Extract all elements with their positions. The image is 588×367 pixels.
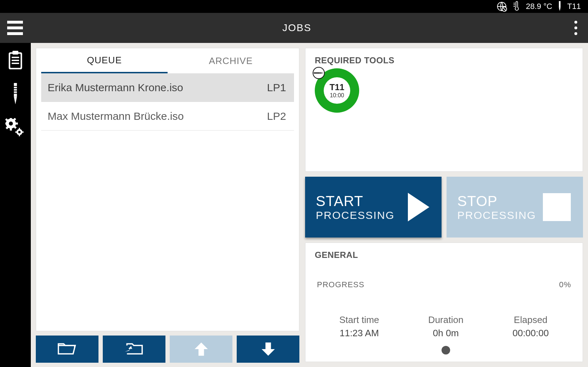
duration-value: 0h 0m — [428, 328, 463, 339]
progress-value: 0% — [559, 280, 571, 289]
job-toolbar — [36, 336, 299, 367]
job-slot: LP1 — [267, 82, 286, 94]
queue-card: QUEUE ARCHIVE Erika Mustermann Krone.iso… — [36, 48, 299, 331]
svg-point-20 — [9, 122, 13, 126]
action-row: START PROCESSING STOP PROCESSING — [305, 177, 583, 238]
svg-rect-17 — [14, 93, 18, 94]
svg-rect-23 — [5, 123, 7, 125]
main: QUEUE ARCHIVE Erika Mustermann Krone.iso… — [31, 43, 588, 367]
svg-rect-5 — [559, 1, 561, 8]
page-title: JOBS — [23, 22, 571, 34]
stop-subtitle: PROCESSING — [457, 209, 536, 221]
svg-rect-10 — [12, 57, 19, 58]
job-slot: LP2 — [267, 110, 286, 122]
tool-indicator[interactable]: T11 10:00 — [315, 68, 359, 113]
sidebar-item-jobs[interactable] — [6, 50, 25, 71]
required-tools-title: REQUIRED TOOLS — [315, 55, 573, 65]
svg-rect-13 — [14, 83, 17, 97]
svg-rect-16 — [14, 90, 18, 91]
globe-icon — [496, 1, 507, 12]
start-subtitle: PROCESSING — [316, 209, 395, 221]
open-folder-button[interactable] — [36, 336, 98, 363]
general-card: GENERAL PROGRESS 0% Start time 11:23 AM … — [305, 243, 583, 362]
svg-rect-15 — [14, 88, 18, 89]
arrow-down-icon — [260, 341, 276, 357]
sidebar — [0, 43, 31, 367]
tab-archive[interactable]: ARCHIVE — [168, 48, 294, 73]
more-icon[interactable] — [571, 17, 581, 39]
thermometer-icon — [512, 1, 521, 12]
svg-marker-6 — [559, 8, 561, 11]
stop-icon — [543, 193, 571, 221]
svg-rect-14 — [14, 86, 18, 87]
svg-rect-24 — [15, 123, 18, 125]
status-tool: T11 — [567, 2, 581, 11]
stop-processing-button: STOP PROCESSING — [447, 177, 583, 238]
job-row[interactable]: Max Mustermann Brücke.isoLP2 — [41, 102, 294, 131]
move-up-button — [170, 336, 232, 363]
svg-rect-31 — [19, 128, 20, 129]
svg-rect-12 — [12, 63, 19, 64]
stop-title: STOP — [457, 193, 536, 209]
right-panel: REQUIRED TOOLS T11 10:00 — [305, 48, 583, 367]
folder-open-icon — [57, 341, 78, 357]
required-tools-card: REQUIRED TOOLS T11 10:00 — [305, 48, 583, 172]
send-to-folder-button[interactable] — [103, 336, 165, 363]
arrow-up-icon — [193, 341, 209, 357]
drill-bit-icon — [12, 83, 19, 106]
elapsed-value: 00:00:00 — [512, 328, 549, 339]
job-name: Max Mustermann Brücke.iso — [48, 110, 184, 122]
sidebar-item-settings[interactable] — [5, 118, 25, 138]
elapsed-label: Elapsed — [512, 314, 549, 326]
start-time-value: 11:23 AM — [339, 328, 379, 339]
drill-badge-icon — [313, 67, 325, 79]
header: JOBS — [0, 13, 588, 43]
tool-name: T11 — [329, 82, 344, 92]
start-title: START — [316, 193, 395, 209]
tabs: QUEUE ARCHIVE — [41, 48, 294, 73]
tab-queue[interactable]: QUEUE — [41, 48, 168, 73]
sidebar-item-tools[interactable] — [12, 83, 19, 106]
start-time-label: Start time — [339, 314, 379, 326]
svg-marker-35 — [194, 343, 208, 356]
clipboard-icon — [6, 50, 25, 71]
svg-rect-32 — [19, 134, 20, 136]
pager-dot — [442, 346, 450, 354]
menu-icon[interactable] — [7, 21, 23, 35]
play-icon — [408, 193, 429, 221]
general-title: GENERAL — [315, 250, 573, 260]
svg-marker-38 — [321, 72, 324, 74]
start-processing-button[interactable]: START PROCESSING — [305, 177, 442, 238]
svg-rect-37 — [314, 72, 321, 74]
tool-time: 10:00 — [330, 92, 344, 99]
svg-rect-34 — [22, 132, 24, 133]
left-panel: QUEUE ARCHIVE Erika Mustermann Krone.iso… — [36, 48, 299, 367]
svg-marker-36 — [261, 343, 275, 356]
svg-point-30 — [18, 131, 21, 133]
job-name: Erika Mustermann Krone.iso — [48, 82, 183, 94]
svg-marker-18 — [14, 97, 17, 104]
body: QUEUE ARCHIVE Erika Mustermann Krone.iso… — [0, 43, 588, 367]
duration-label: Duration — [428, 314, 463, 326]
svg-rect-9 — [13, 51, 19, 54]
move-down-button[interactable] — [237, 336, 299, 363]
progress-label: PROGRESS — [317, 280, 365, 289]
job-list: Erika Mustermann Krone.isoLP1Max Musterm… — [41, 73, 294, 331]
tool-bit-icon — [557, 1, 562, 12]
gears-icon — [5, 118, 25, 138]
svg-rect-33 — [15, 132, 17, 133]
folder-share-icon — [124, 341, 145, 357]
job-row[interactable]: Erika Mustermann Krone.isoLP1 — [41, 73, 294, 102]
status-bar: 28.9 °C T11 — [0, 0, 588, 13]
svg-rect-11 — [12, 60, 19, 61]
svg-rect-22 — [10, 128, 12, 131]
status-temperature: 28.9 °C — [526, 2, 552, 11]
svg-rect-21 — [10, 118, 12, 119]
